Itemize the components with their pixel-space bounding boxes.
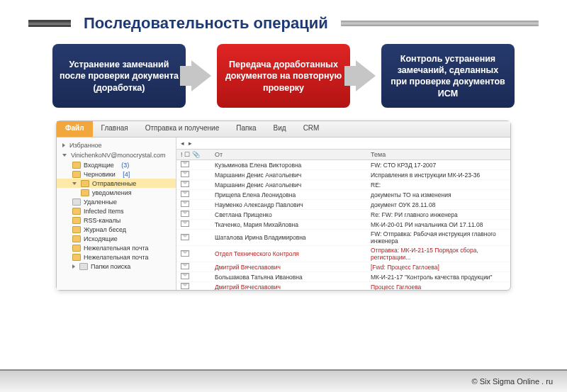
- row-from: Светлана Прищенко: [215, 211, 371, 218]
- folder-label: Папки поиска: [91, 263, 130, 270]
- message-row[interactable]: Науменко Александр Павловичдокумент ОУК …: [176, 200, 510, 210]
- folder-chatlog[interactable]: Журнал бесед: [57, 225, 176, 234]
- account-header[interactable]: VinichenkoNV@monocrystal.com: [57, 150, 176, 160]
- folder-rss[interactable]: RSS-каналы: [57, 215, 176, 225]
- step-control: Контроль устранения замечаний, сделанных…: [381, 44, 515, 108]
- row-from: Маршанин Денис Анатольевич: [215, 181, 371, 189]
- envelope-icon: [181, 273, 189, 279]
- message-row[interactable]: Дмитрий ВячеславовичПроцесс Гаглоева: [176, 282, 510, 290]
- slide-title: Последовательность операций: [71, 14, 341, 33]
- footer: © Six Sigma Online . ru: [0, 369, 567, 392]
- message-row[interactable]: Кузьминова Елена ВикторовнаFW: СТО КРЗД …: [176, 160, 510, 170]
- folder-sent[interactable]: Отправленные: [57, 179, 176, 188]
- row-subject: Исправления в инструкции МК-И-23-36: [371, 172, 506, 179]
- message-row[interactable]: Дмитрий Вячеславович[Fwd: Процесс Гаглое…: [176, 262, 510, 272]
- message-row[interactable]: Светлана ПрищенкоRe: FW: РИ главного инж…: [176, 210, 510, 220]
- rows-container: Кузьминова Елена ВикторовнаFW: СТО КРЗД …: [176, 160, 510, 290]
- row-subject: FW: Отправка: Рабочая инструкция главног…: [371, 230, 506, 245]
- message-row[interactable]: Отдел Технического КонтроляОтправка: МК-…: [176, 246, 510, 262]
- folder-label: Нежелательная почта: [84, 254, 149, 261]
- title-area: Последовательность операций: [0, 0, 567, 40]
- folder-infected[interactable]: Infected Items: [57, 206, 176, 215]
- arrow-icon: [356, 60, 376, 91]
- row-subject: Re: FW: РИ главного инженера: [371, 211, 506, 218]
- chevron-right-icon: [72, 264, 75, 269]
- row-subject: [Fwd: Процесс Гаглоева]: [371, 264, 506, 271]
- row-from: Дмитрий Вячеславович: [215, 284, 371, 291]
- folder-icon: [72, 217, 81, 224]
- folder-junk[interactable]: Нежелательная почта: [57, 243, 176, 252]
- folder-inbox[interactable]: Входящие (3): [57, 160, 176, 169]
- slide: Последовательность операций Устранение з…: [0, 0, 567, 392]
- folder-icon: [72, 198, 81, 206]
- tab-sendreceive[interactable]: Отправка и получение: [137, 121, 228, 137]
- message-row[interactable]: Большакова Татьяна ИвановнаМК-И-21-17 "К…: [176, 272, 510, 282]
- folder-deleted[interactable]: Удаленные: [57, 197, 176, 206]
- folder-icon: [79, 263, 88, 270]
- folder-drafts[interactable]: Черновики [4]: [57, 169, 176, 179]
- folder-label: RSS-каналы: [84, 217, 120, 224]
- row-subject: FW: СТО КРЗД 17-2007: [371, 162, 506, 169]
- folder-notifications[interactable]: уведомления: [57, 188, 176, 197]
- row-from: Кузьминова Елена Викторовна: [215, 162, 371, 169]
- folder-label: уведомления: [92, 189, 132, 196]
- folder-label: Удаленные: [84, 198, 117, 206]
- tab-view[interactable]: Вид: [265, 121, 295, 137]
- email-client-screenshot: Файл Главная Отправка и получение Папка …: [56, 121, 511, 291]
- list-toolbar: ◂ ▸: [176, 138, 510, 150]
- message-row[interactable]: Маршанин Денис АнатольевичИсправления в …: [176, 170, 510, 180]
- envelope-icon: [181, 250, 189, 257]
- folder-sidebar: Избранное VinichenkoNV@monocrystal.com В…: [57, 138, 176, 290]
- folder-search[interactable]: Папки поиска: [57, 262, 176, 271]
- envelope-icon: [181, 234, 189, 240]
- toolbar-icon[interactable]: ◂: [181, 140, 184, 147]
- toolbar-icon[interactable]: ▸: [189, 140, 192, 147]
- chevron-down-icon: [62, 154, 67, 157]
- tab-home[interactable]: Главная: [93, 121, 137, 137]
- accent-bar-right: [341, 21, 539, 26]
- row-from: Большакова Татьяна Ивановна: [215, 274, 371, 281]
- folder-icon: [72, 254, 81, 261]
- row-subject: документ ОУК 28.11.08: [371, 201, 506, 208]
- col-subject[interactable]: Тема: [371, 151, 506, 158]
- folder-label: Нежелательная почта: [84, 245, 149, 252]
- mail-body: Избранное VinichenkoNV@monocrystal.com В…: [57, 138, 510, 290]
- message-list: ◂ ▸ ! ☐ 📎 От Тема Кузьминова Елена Викто…: [176, 138, 510, 290]
- folder-outbox[interactable]: Исходящие: [57, 234, 176, 243]
- row-from: Маршанин Денис Анатольевич: [215, 172, 371, 179]
- row-from: Отдел Технического Контроля: [215, 250, 371, 257]
- tab-file[interactable]: Файл: [57, 121, 93, 137]
- favorites-header[interactable]: Избранное: [57, 140, 176, 150]
- envelope-icon: [181, 171, 189, 177]
- favorites-label: Избранное: [69, 142, 102, 149]
- message-row[interactable]: Прищепа Елена Леонидовнадокументы ТО на …: [176, 190, 510, 200]
- folder-icon: [72, 245, 81, 252]
- folder-icon: [72, 235, 81, 242]
- row-subject: МК-И-21-17 "Контроль качества продукции": [371, 274, 506, 281]
- folder-icon: [72, 226, 81, 233]
- step-resubmit: Передача доработанных документов на повт…: [217, 44, 350, 108]
- tab-folder[interactable]: Папка: [228, 121, 264, 137]
- col-flags[interactable]: ! ☐ 📎: [181, 151, 215, 158]
- message-row[interactable]: Ткаченко, Мария МихайловнаМК-И-20-01 РИ …: [176, 220, 510, 230]
- row-subject: Отправка: МК-И-21-15 Порядок сбора, реги…: [371, 247, 506, 261]
- folder-count: (3): [121, 162, 129, 169]
- row-from: Ткаченко, Мария Михайловна: [215, 221, 371, 228]
- folder-icon: [81, 180, 89, 187]
- envelope-icon: [181, 161, 189, 167]
- row-from: Науменко Александр Павлович: [215, 201, 371, 208]
- tab-crm[interactable]: CRM: [295, 121, 328, 137]
- folder-icon: [81, 189, 89, 196]
- col-from[interactable]: От: [215, 151, 371, 158]
- account-label: VinichenkoNV@monocrystal.com: [71, 152, 166, 159]
- row-subject: RE:: [371, 181, 506, 189]
- envelope-icon: [181, 201, 189, 207]
- envelope-icon: [181, 181, 189, 187]
- step-remediation: Устранение замечаний после проверки доку…: [52, 44, 186, 108]
- message-row[interactable]: Маршанин Денис АнатольевичRE:: [176, 180, 510, 190]
- folder-junk2[interactable]: Нежелательная почта: [57, 252, 176, 262]
- row-from: Шаталова Ирина Владимировна: [215, 234, 371, 241]
- message-row[interactable]: Шаталова Ирина ВладимировнаFW: Отправка:…: [176, 230, 510, 246]
- accent-bar-left: [28, 20, 71, 27]
- row-subject: документы ТО на изменения: [371, 191, 506, 198]
